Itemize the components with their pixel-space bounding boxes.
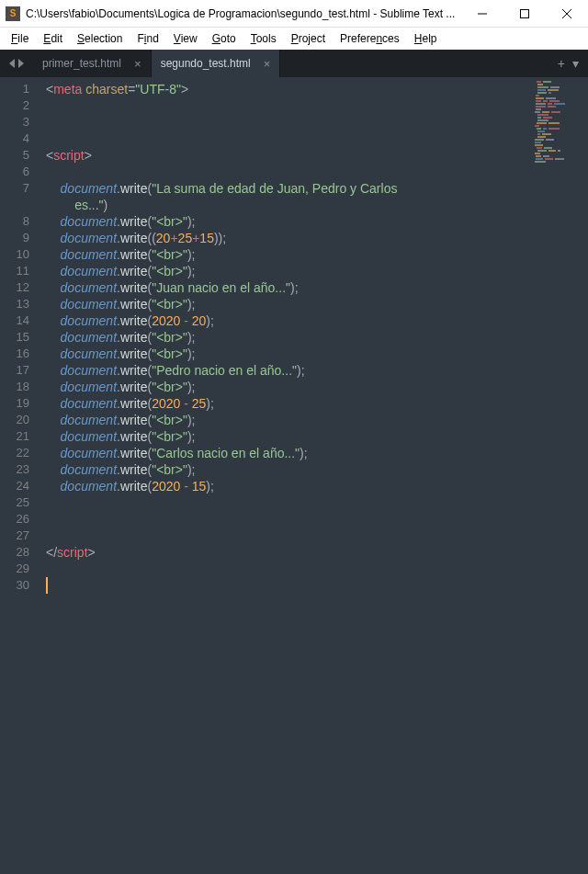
tab[interactable]: primer_test.html× bbox=[33, 50, 152, 77]
text-cursor bbox=[46, 577, 48, 594]
code-line[interactable]: document.write("<br>"); bbox=[46, 246, 584, 263]
line-number: 5 bbox=[4, 147, 29, 164]
line-number: 19 bbox=[4, 395, 29, 412]
minimize-icon bbox=[478, 9, 487, 18]
code-line[interactable]: document.write(2020 - 25); bbox=[46, 395, 584, 412]
menu-item[interactable]: Help bbox=[407, 30, 445, 47]
code-line[interactable]: es...") bbox=[46, 197, 584, 213]
close-button[interactable] bbox=[546, 0, 588, 28]
tab-close-icon[interactable]: × bbox=[264, 57, 271, 71]
tab-label: primer_test.html bbox=[42, 57, 121, 70]
code-line[interactable]: document.write("Pedro nacio en el año...… bbox=[46, 362, 584, 379]
menu-item[interactable]: Selection bbox=[70, 30, 130, 47]
maximize-icon bbox=[520, 9, 529, 18]
line-number: 3 bbox=[4, 114, 29, 131]
line-number: 13 bbox=[4, 296, 29, 312]
code-line[interactable] bbox=[46, 131, 584, 147]
line-number: 23 bbox=[4, 461, 29, 478]
close-icon bbox=[562, 9, 571, 18]
arrow-left-icon bbox=[9, 59, 15, 68]
code-line[interactable] bbox=[46, 528, 584, 544]
code-line[interactable]: document.write(2020 - 20); bbox=[46, 312, 584, 329]
line-number: 30 bbox=[4, 577, 29, 594]
editor[interactable]: 1234567891011121314151617181920212223242… bbox=[0, 77, 588, 874]
menu-item[interactable]: Find bbox=[130, 30, 165, 47]
new-tab-button[interactable]: + bbox=[558, 56, 565, 71]
code-line[interactable]: </script> bbox=[46, 544, 584, 561]
menu-item[interactable]: Tools bbox=[243, 30, 284, 47]
line-number: 12 bbox=[4, 279, 29, 296]
app-icon: S bbox=[6, 6, 20, 21]
code-line[interactable]: document.write("<br>"); bbox=[46, 461, 584, 478]
code-line[interactable]: <script> bbox=[46, 147, 584, 164]
code-line[interactable]: document.write("<br>"); bbox=[46, 346, 584, 362]
menu-item[interactable]: Preferences bbox=[333, 30, 407, 47]
line-number: 16 bbox=[4, 346, 29, 362]
menu-item[interactable]: View bbox=[166, 30, 205, 47]
code-line[interactable]: document.write("<br>"); bbox=[46, 329, 584, 346]
code-line[interactable]: document.write("Carlos nacio en el año..… bbox=[46, 445, 584, 461]
line-number: 6 bbox=[4, 164, 29, 180]
code-line[interactable] bbox=[46, 577, 584, 594]
line-number: 24 bbox=[4, 478, 29, 494]
code-line[interactable]: document.write("<br>"); bbox=[46, 412, 584, 428]
maximize-button[interactable] bbox=[503, 0, 546, 28]
arrow-right-icon bbox=[18, 59, 24, 68]
tabstrip: primer_test.html×segundo_test.html× + ▾ bbox=[0, 50, 588, 77]
line-number bbox=[4, 197, 29, 213]
code-line[interactable] bbox=[46, 97, 584, 114]
line-number: 1 bbox=[4, 81, 29, 97]
code-line[interactable]: document.write("<br>"); bbox=[46, 296, 584, 312]
tab-controls[interactable]: + ▾ bbox=[548, 50, 588, 77]
svg-rect-1 bbox=[521, 9, 529, 17]
code-line[interactable] bbox=[46, 494, 584, 511]
line-number: 22 bbox=[4, 445, 29, 461]
code-line[interactable]: document.write("Juan nacio en el año..."… bbox=[46, 279, 584, 296]
code-line[interactable] bbox=[46, 511, 584, 528]
line-number: 21 bbox=[4, 428, 29, 445]
menubar: FileEditSelectionFindViewGotoToolsProjec… bbox=[0, 28, 588, 50]
code-line[interactable]: document.write("<br>"); bbox=[46, 213, 584, 230]
line-number: 27 bbox=[4, 528, 29, 544]
code-line[interactable] bbox=[46, 561, 584, 577]
line-number: 2 bbox=[4, 97, 29, 114]
menu-item[interactable]: File bbox=[4, 30, 36, 47]
code-line[interactable]: <meta charset="UTF-8"> bbox=[46, 81, 584, 97]
line-number: 4 bbox=[4, 131, 29, 147]
code-line[interactable] bbox=[46, 164, 584, 180]
line-number: 26 bbox=[4, 511, 29, 528]
menu-item[interactable]: Goto bbox=[205, 30, 243, 47]
code-line[interactable]: document.write("<br>"); bbox=[46, 263, 584, 279]
titlebar: S C:\Users\fabio\Documents\Logica de Pro… bbox=[0, 0, 588, 28]
line-number: 18 bbox=[4, 379, 29, 395]
line-number: 10 bbox=[4, 246, 29, 263]
line-number: 14 bbox=[4, 312, 29, 329]
line-number: 20 bbox=[4, 412, 29, 428]
line-number: 9 bbox=[4, 230, 29, 246]
line-number: 15 bbox=[4, 329, 29, 346]
menu-item[interactable]: Edit bbox=[36, 30, 70, 47]
window-title: C:\Users\fabio\Documents\Logica de Progr… bbox=[26, 7, 461, 20]
code-line[interactable] bbox=[46, 114, 584, 131]
tab-dropdown-button[interactable]: ▾ bbox=[572, 56, 579, 71]
code-line[interactable]: document.write("<br>"); bbox=[46, 379, 584, 395]
line-number: 11 bbox=[4, 263, 29, 279]
tab-history[interactable] bbox=[0, 50, 33, 77]
code-line[interactable]: document.write(2020 - 15); bbox=[46, 478, 584, 494]
code-line[interactable]: document.write((20+25+15)); bbox=[46, 230, 584, 246]
menu-item[interactable]: Project bbox=[284, 30, 333, 47]
line-number: 25 bbox=[4, 494, 29, 511]
tab[interactable]: segundo_test.html× bbox=[152, 50, 281, 77]
line-number: 17 bbox=[4, 362, 29, 379]
line-gutter: 1234567891011121314151617181920212223242… bbox=[0, 77, 37, 874]
line-number: 8 bbox=[4, 213, 29, 230]
line-number: 7 bbox=[4, 180, 29, 197]
code-line[interactable]: document.write("La suma de edad de Juan,… bbox=[46, 180, 584, 197]
line-number: 28 bbox=[4, 544, 29, 561]
minimize-button[interactable] bbox=[461, 0, 503, 28]
code-area[interactable]: <meta charset="UTF-8"><script> document.… bbox=[37, 77, 588, 874]
tab-label: segundo_test.html bbox=[161, 57, 251, 70]
tab-close-icon[interactable]: × bbox=[134, 57, 141, 71]
code-line[interactable]: document.write("<br>"); bbox=[46, 428, 584, 445]
line-number: 29 bbox=[4, 561, 29, 577]
